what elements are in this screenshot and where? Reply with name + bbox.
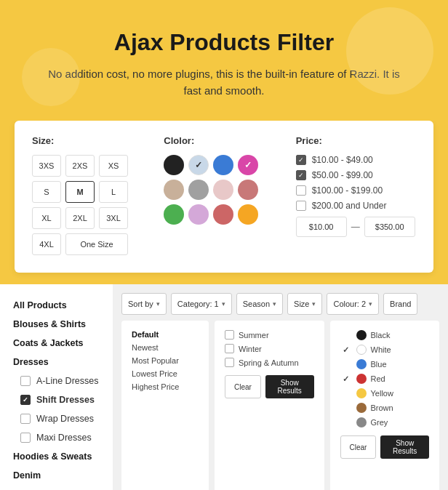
dropdown-bar: Sort by▾Category: 1▾Season▾Size▾Colour: …: [121, 293, 439, 315]
size-btn-3xl[interactable]: 3XL: [99, 207, 128, 229]
price-option-0[interactable]: $10.00 - $49.00: [296, 155, 416, 165]
sidebar-item-0[interactable]: All Products: [0, 296, 113, 315]
color-dot-1: [356, 345, 367, 355]
filter-card: Size: 3XS2XSXSSMLXL2XL3XL4XLOne Size Clo…: [15, 121, 433, 273]
size-btn-l[interactable]: L: [99, 181, 128, 203]
color-list: Black✓WhiteBlue✓RedYellowBrownGrey: [340, 328, 430, 430]
color-name-0: Black: [371, 331, 391, 340]
season-label-0: Summer: [239, 331, 269, 340]
sort-panel: DefaultNewestMost PopularLowest PriceHig…: [121, 321, 209, 490]
sub-label-4: A-Line Dresses: [36, 376, 98, 386]
color-dot-0: [356, 330, 367, 340]
size-btn-m[interactable]: M: [65, 181, 95, 203]
color-name-1: White: [371, 345, 391, 354]
sidebar-item-6[interactable]: Wrap Dresses: [0, 409, 113, 428]
color-list-item-6[interactable]: Grey: [340, 415, 430, 430]
sort-item-1[interactable]: Newest: [132, 341, 199, 354]
color-list-item-0[interactable]: Black: [340, 328, 430, 342]
price-min-input[interactable]: $10.00: [296, 217, 347, 237]
color-list-item-4[interactable]: Yellow: [340, 386, 430, 401]
sidebar-item-5[interactable]: Shift Dresses: [0, 390, 113, 409]
color-list-item-1[interactable]: ✓White: [340, 342, 430, 357]
price-option-3[interactable]: $200.00 and Under: [296, 201, 416, 211]
sidebar-item-7[interactable]: Maxi Dresses: [0, 428, 113, 447]
size-btn-s[interactable]: S: [32, 181, 61, 203]
sub-check-5[interactable]: [20, 395, 31, 405]
price-option-1[interactable]: $50.00 - $99.00: [296, 170, 416, 180]
price-checkbox-0[interactable]: [296, 155, 306, 165]
sidebar-item-1[interactable]: Blouses & Shirts: [0, 315, 113, 334]
sidebar-item-9[interactable]: Denim: [0, 466, 113, 485]
color-swatch-4[interactable]: [164, 180, 184, 200]
sort-item-3[interactable]: Lowest Price: [132, 367, 199, 380]
dropdown-5[interactable]: Brand: [383, 293, 417, 315]
season-checkbox-1[interactable]: [225, 344, 234, 353]
results-area: DefaultNewestMost PopularLowest PriceHig…: [121, 321, 439, 490]
price-checkbox-2[interactable]: [296, 185, 306, 196]
season-clear-button[interactable]: Clear: [225, 375, 261, 398]
sub-label-6: Wrap Dresses: [36, 414, 94, 424]
color-swatch-10[interactable]: [213, 204, 233, 225]
color-swatch-3[interactable]: ✓: [238, 155, 258, 175]
size-btn-xs[interactable]: XS: [99, 155, 128, 177]
price-label-2: $100.00 - $199.00: [312, 185, 383, 196]
size-btn-3xs[interactable]: 3XS: [32, 155, 61, 177]
price-checkbox-3[interactable]: [296, 201, 306, 211]
dropdown-4[interactable]: Colour: 2▾: [327, 293, 379, 315]
dropdown-2[interactable]: Season▾: [236, 293, 283, 315]
season-item-0[interactable]: Summer: [225, 328, 314, 342]
price-label: Price:: [296, 135, 416, 146]
dropdown-3[interactable]: Size▾: [287, 293, 322, 315]
sort-item-2[interactable]: Most Popular: [132, 354, 199, 367]
size-section: Size: 3XS2XSXSSMLXL2XL3XL4XLOne Size: [32, 135, 152, 255]
dropdown-1[interactable]: Category: 1▾: [171, 293, 232, 315]
color-grid: ✓✓: [164, 155, 284, 225]
color-swatch-2[interactable]: [213, 155, 233, 175]
sort-item-0[interactable]: Default: [132, 328, 199, 341]
season-list: SummerWinterSpring & Autumn: [225, 328, 314, 369]
size-btn-4xl[interactable]: 4XL: [32, 233, 61, 255]
color-name-2: Blue: [371, 360, 387, 369]
sub-label-5: Shift Dresses: [36, 395, 95, 405]
sidebar-item-3[interactable]: Dresses: [0, 353, 113, 371]
color-list-item-3[interactable]: ✓Red: [340, 371, 430, 386]
color-swatch-9[interactable]: [188, 204, 209, 225]
size-btn-xl[interactable]: XL: [32, 207, 61, 229]
sub-check-7[interactable]: [20, 433, 31, 443]
color-swatch-1[interactable]: ✓: [188, 155, 209, 175]
filter-grid: Size: 3XS2XSXSSMLXL2XL3XL4XLOne Size Clo…: [32, 135, 416, 255]
season-item-1[interactable]: Winter: [225, 342, 314, 356]
color-swatch-7[interactable]: [238, 180, 258, 200]
size-btn-2xl[interactable]: 2XL: [65, 207, 95, 229]
season-show-button[interactable]: Show Results: [265, 375, 314, 398]
color-section: Clolor: ✓✓: [164, 135, 284, 255]
color-swatch-8[interactable]: [164, 204, 184, 225]
color-swatch-0[interactable]: [164, 155, 184, 175]
color-list-item-2[interactable]: Blue: [340, 357, 430, 371]
color-swatch-6[interactable]: [213, 180, 233, 200]
sidebar-item-8[interactable]: Hoodies & Sweats: [0, 447, 113, 466]
color-show-button[interactable]: Show Results: [380, 435, 429, 459]
season-panel: SummerWinterSpring & Autumn Clear Show R…: [215, 321, 324, 490]
price-checkbox-1[interactable]: [296, 170, 306, 180]
price-label-1: $50.00 - $99.00: [312, 170, 373, 180]
sort-item-4[interactable]: Highest Price: [132, 380, 199, 393]
right-panel: Sort by▾Category: 1▾Season▾Size▾Colour: …: [113, 284, 448, 490]
size-btn-one-size[interactable]: One Size: [65, 233, 128, 255]
color-swatch-11[interactable]: [238, 204, 258, 225]
season-checkbox-0[interactable]: [225, 330, 234, 340]
dropdown-0[interactable]: Sort by▾: [121, 293, 167, 315]
sidebar-item-2[interactable]: Coats & Jackets: [0, 334, 113, 353]
sidebar-item-10[interactable]: Jeans: [0, 485, 113, 490]
season-item-2[interactable]: Spring & Autumn: [225, 356, 314, 369]
sidebar-item-4[interactable]: A-Line Dresses: [0, 371, 113, 390]
color-swatch-5[interactable]: [188, 180, 209, 200]
season-checkbox-2[interactable]: [225, 358, 234, 367]
price-max-input[interactable]: $350.00: [364, 217, 415, 237]
color-clear-button[interactable]: Clear: [340, 435, 377, 459]
price-option-2[interactable]: $100.00 - $199.00: [296, 185, 416, 196]
size-btn-2xs[interactable]: 2XS: [65, 155, 95, 177]
color-list-item-5[interactable]: Brown: [340, 401, 430, 415]
sub-check-4[interactable]: [20, 376, 31, 386]
sub-check-6[interactable]: [20, 414, 31, 424]
